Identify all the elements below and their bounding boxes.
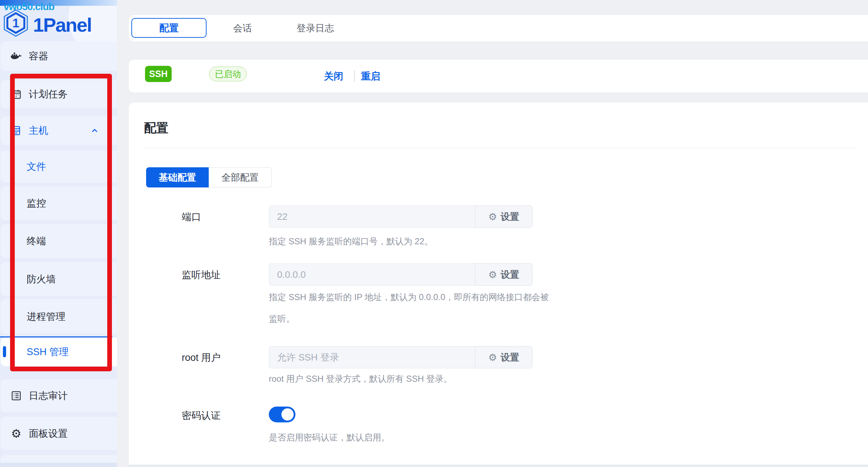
listen-address-help-text: 指定 SSH 服务监听的 IP 地址，默认为 0.0.0.0，即所有的网络接口都… (269, 286, 550, 330)
brand-name: 1Panel (33, 14, 91, 36)
listen-address-set-button[interactable]: ⚙ 设置 (475, 263, 533, 286)
password-auth-help-text: 是否启用密码认证，默认启用。 (269, 427, 550, 448)
config-card: 配置 基础配置 全部配置 端口 22 ⚙ 设置 指定 SSH 服务监听的端口号，… (129, 103, 868, 467)
sidebar-item-panel-settings[interactable]: ⚙ 面板设置 (1, 417, 117, 450)
root-user-input-group: 允许 SSH 登录 ⚙ 设置 (269, 346, 533, 368)
restart-service-link[interactable]: 重启 (361, 60, 380, 92)
main-content: 配置 会话 登录日志 SSH 已启动 关闭 重启 配置 基础配置 全部配置 端口… (117, 0, 868, 467)
1panel-hexagon-logo-icon: 1 (2, 9, 30, 39)
root-user-set-button[interactable]: ⚙ 设置 (475, 346, 533, 368)
set-button-label: 设置 (501, 210, 519, 223)
root-user-help-text: root 用户 SSH 登录方式，默认所有 SSH 登录。 (269, 368, 550, 390)
password-auth-label: 密码认证 (182, 409, 221, 422)
port-set-button[interactable]: ⚙ 设置 (475, 205, 533, 228)
sidebar-item-label: 日志审计 (29, 389, 68, 402)
annotation-red-box (10, 74, 112, 371)
link-divider (354, 71, 355, 82)
watermark-text: vwo50.club (4, 1, 54, 13)
page-title: 配置 (144, 120, 168, 136)
gear-icon: ⚙ (10, 427, 22, 440)
password-auth-toggle[interactable] (269, 407, 295, 422)
sidebar-item-log-audit[interactable]: 日志审计 (1, 379, 117, 412)
service-name-badge: SSH (145, 66, 172, 82)
svg-text:1: 1 (12, 16, 19, 30)
docker-whale-icon (10, 50, 22, 62)
tab-config[interactable]: 配置 (131, 18, 207, 38)
port-input-group: 22 ⚙ 设置 (269, 205, 533, 228)
listen-address-label: 监听地址 (182, 268, 221, 281)
port-label: 端口 (182, 210, 201, 223)
port-input: 22 (269, 205, 475, 228)
app-logo[interactable]: 1 1Panel (2, 9, 91, 39)
listen-address-input-group: 0.0.0.0 ⚙ 设置 (269, 263, 533, 286)
sidebar-bottom-strip (0, 463, 117, 467)
config-mode-segmented: 基础配置 全部配置 (146, 167, 272, 187)
gear-icon: ⚙ (488, 269, 497, 280)
basic-config-button[interactable]: 基础配置 (146, 167, 209, 187)
sidebar-item-containers[interactable]: 容器 (1, 41, 117, 71)
service-status-card: SSH 已启动 关闭 重启 (129, 60, 868, 92)
root-user-label: root 用户 (182, 351, 221, 364)
port-help-text: 指定 SSH 服务监听的端口号，默认为 22。 (269, 231, 550, 252)
set-button-label: 设置 (501, 351, 519, 364)
set-button-label: 设置 (501, 268, 519, 281)
gear-icon: ⚙ (488, 211, 497, 222)
log-list-icon (10, 390, 22, 402)
tab-bar: 配置 会话 登录日志 (129, 15, 868, 41)
stop-service-link[interactable]: 关闭 (324, 60, 343, 92)
gear-icon: ⚙ (488, 352, 497, 363)
title-divider (144, 148, 857, 148)
bottom-scroll-strip[interactable] (129, 464, 868, 467)
root-user-input: 允许 SSH 登录 (269, 346, 475, 368)
listen-address-input: 0.0.0.0 (269, 263, 475, 286)
all-config-button[interactable]: 全部配置 (209, 167, 272, 187)
tab-session[interactable]: 会话 (216, 15, 270, 41)
tab-login-log[interactable]: 登录日志 (279, 15, 351, 41)
toggle-knob (281, 408, 294, 421)
active-item-indicator (3, 346, 6, 357)
sidebar-item-label: 面板设置 (29, 427, 68, 440)
sidebar-item-label: 容器 (29, 50, 48, 63)
status-badge: 已启动 (209, 67, 247, 81)
